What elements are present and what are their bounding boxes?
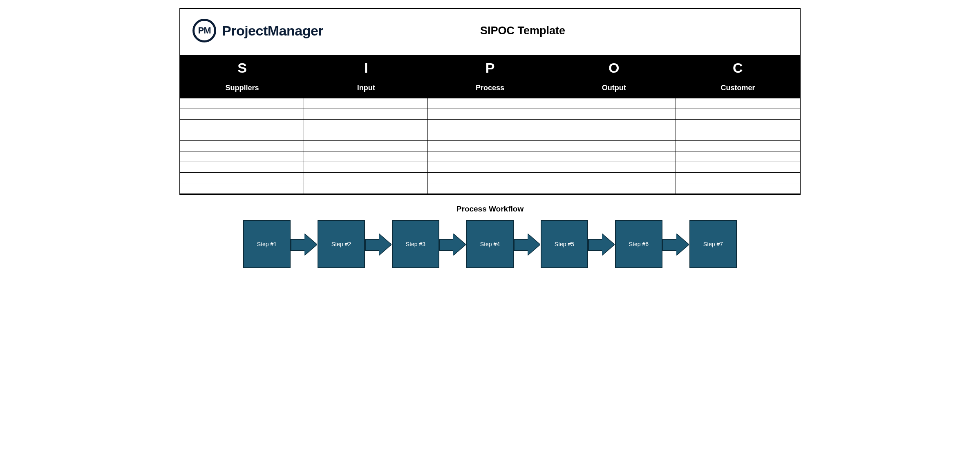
col-label: Output — [555, 84, 673, 92]
table-cell-output[interactable] — [552, 141, 676, 151]
table-cell-output[interactable] — [552, 151, 676, 162]
table-cell-output[interactable] — [552, 109, 676, 120]
table-cell-input[interactable] — [304, 109, 428, 120]
table-cell-input[interactable] — [304, 120, 428, 130]
col-letter: S — [183, 60, 301, 76]
table-cell-customer[interactable] — [676, 130, 800, 141]
table-cell-process[interactable] — [428, 173, 552, 183]
workflow-step-box: Step #6 — [615, 220, 662, 268]
table-cell-suppliers[interactable] — [180, 130, 304, 141]
table-cell-process[interactable] — [428, 141, 552, 151]
arrow-right-icon — [662, 234, 689, 254]
workflow-step-box: Step #1 — [243, 220, 291, 268]
table-cell-customer[interactable] — [676, 141, 800, 151]
sipoc-table-body — [180, 98, 800, 194]
table-cell-input[interactable] — [304, 141, 428, 151]
table-cell-process[interactable] — [428, 183, 552, 194]
table-row — [180, 151, 800, 162]
table-row — [180, 98, 800, 109]
col-label: Customer — [679, 84, 797, 92]
col-header-process: P Process — [428, 55, 552, 98]
table-cell-process[interactable] — [428, 120, 552, 130]
col-label: Suppliers — [183, 84, 301, 92]
col-header-customer: C Customer — [676, 55, 800, 98]
table-cell-output[interactable] — [552, 98, 676, 109]
table-cell-suppliers[interactable] — [180, 109, 304, 120]
table-cell-input[interactable] — [304, 130, 428, 141]
workflow-step-unit: Step #2 — [318, 220, 392, 268]
arrow-right-icon — [291, 234, 318, 254]
table-cell-output[interactable] — [552, 120, 676, 130]
workflow-step-unit: Step #1 — [243, 220, 318, 268]
table-cell-customer[interactable] — [676, 98, 800, 109]
workflow-step-box: Step #3 — [392, 220, 439, 268]
workflow-section: Process Workflow Step #1Step #2Step #3St… — [179, 205, 801, 268]
table-row — [180, 162, 800, 173]
table-row — [180, 141, 800, 151]
workflow-step-unit: Step #5 — [541, 220, 615, 268]
arrow-right-icon — [588, 234, 615, 254]
col-letter: P — [431, 60, 548, 76]
workflow-step-box: Step #5 — [541, 220, 588, 268]
table-cell-suppliers[interactable] — [180, 162, 304, 173]
arrow-right-icon — [439, 234, 466, 254]
table-cell-input[interactable] — [304, 162, 428, 173]
table-row — [180, 130, 800, 141]
workflow-title: Process Workflow — [179, 205, 801, 214]
table-cell-suppliers[interactable] — [180, 173, 304, 183]
table-cell-input[interactable] — [304, 183, 428, 194]
page-title: SIPOC Template — [258, 24, 788, 37]
workflow-step-unit: Step #4 — [466, 220, 541, 268]
table-cell-suppliers[interactable] — [180, 141, 304, 151]
table-row — [180, 120, 800, 130]
col-letter: C — [679, 60, 797, 76]
col-label: Process — [431, 84, 548, 92]
brand-logo-icon: PM — [192, 19, 216, 42]
col-header-input: I Input — [304, 55, 428, 98]
header-row: PM ProjectManager SIPOC Template — [180, 9, 800, 55]
table-cell-process[interactable] — [428, 130, 552, 141]
table-row — [180, 173, 800, 183]
table-cell-output[interactable] — [552, 173, 676, 183]
table-cell-customer[interactable] — [676, 109, 800, 120]
table-cell-customer[interactable] — [676, 173, 800, 183]
table-cell-input[interactable] — [304, 173, 428, 183]
table-cell-customer[interactable] — [676, 120, 800, 130]
arrow-right-icon — [514, 234, 541, 254]
arrow-right-icon — [365, 234, 392, 254]
table-cell-output[interactable] — [552, 130, 676, 141]
table-cell-process[interactable] — [428, 162, 552, 173]
table-cell-suppliers[interactable] — [180, 151, 304, 162]
col-header-suppliers: S Suppliers — [180, 55, 304, 98]
table-cell-output[interactable] — [552, 162, 676, 173]
col-header-output: O Output — [552, 55, 676, 98]
workflow-steps-container: Step #1Step #2Step #3Step #4Step #5Step … — [179, 220, 801, 268]
table-cell-process[interactable] — [428, 98, 552, 109]
workflow-step-box: Step #7 — [689, 220, 737, 268]
workflow-step-unit: Step #6 — [615, 220, 689, 268]
table-cell-process[interactable] — [428, 109, 552, 120]
workflow-step-unit: Step #7 — [689, 220, 737, 268]
table-cell-suppliers[interactable] — [180, 120, 304, 130]
sipoc-header-row: S Suppliers I Input P Process O Output C… — [180, 55, 800, 98]
table-cell-output[interactable] — [552, 183, 676, 194]
workflow-step-box: Step #2 — [318, 220, 365, 268]
col-letter: I — [307, 60, 425, 76]
table-cell-suppliers[interactable] — [180, 98, 304, 109]
workflow-step-box: Step #4 — [466, 220, 514, 268]
table-row — [180, 183, 800, 194]
table-cell-suppliers[interactable] — [180, 183, 304, 194]
table-cell-input[interactable] — [304, 98, 428, 109]
table-cell-customer[interactable] — [676, 183, 800, 194]
col-label: Input — [307, 84, 425, 92]
table-cell-customer[interactable] — [676, 151, 800, 162]
table-row — [180, 109, 800, 120]
sipoc-template-page: PM ProjectManager SIPOC Template S Suppl… — [179, 8, 801, 195]
col-letter: O — [555, 60, 673, 76]
table-cell-customer[interactable] — [676, 162, 800, 173]
table-cell-input[interactable] — [304, 151, 428, 162]
workflow-step-unit: Step #3 — [392, 220, 466, 268]
table-cell-process[interactable] — [428, 151, 552, 162]
